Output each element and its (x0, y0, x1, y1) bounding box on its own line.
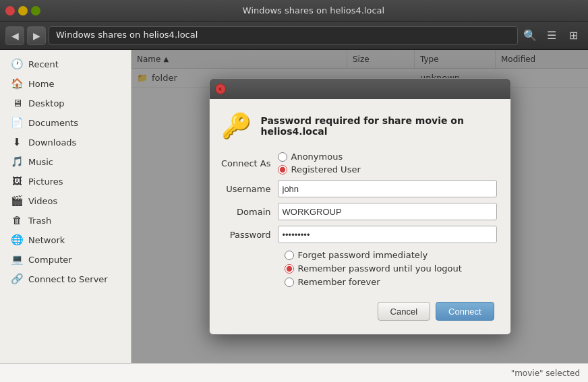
dialog-header: 🔑 Password required for share movie on h… (220, 110, 497, 142)
pictures-icon: 🖼 (11, 175, 23, 187)
sidebar-label-trash: Trash (28, 216, 51, 226)
remember-until-logout-option[interactable]: Remember password until you logout (285, 263, 497, 274)
music-icon: 🎵 (11, 156, 23, 168)
password-options: Forget password immediately Remember pas… (285, 250, 497, 287)
remember-forever-label: Remember forever (298, 277, 380, 287)
sidebar: 🕐 Recent 🏠 Home 🖥 Desktop 📄 Documents ⬇ … (0, 50, 131, 363)
remember-forever-option[interactable]: Remember forever (285, 277, 497, 287)
dialog-buttons: Cancel Connect (220, 296, 497, 323)
password-row: Password (220, 226, 497, 243)
connect-as-options: Anonymous Registered User (278, 152, 497, 174)
toolbar: ◀ ▶ Windows shares on helios4.local 🔍 ☰ … (0, 22, 588, 50)
main-area: 🕐 Recent 🏠 Home 🖥 Desktop 📄 Documents ⬇ … (0, 50, 588, 363)
dialog-body: 🔑 Password required for share movie on h… (210, 99, 510, 334)
remember-forever-radio[interactable] (285, 278, 294, 287)
grid-view-icon: ⊞ (569, 29, 578, 42)
sidebar-label-pictures: Pictures (28, 177, 63, 187)
minimize-button[interactable] (18, 6, 28, 15)
sidebar-label-network: Network (28, 235, 65, 245)
sidebar-item-downloads[interactable]: ⬇ Downloads (3, 133, 128, 152)
anonymous-option[interactable]: Anonymous (278, 152, 497, 162)
domain-input[interactable] (278, 203, 497, 220)
anonymous-label: Anonymous (291, 152, 343, 162)
domain-field-wrap (278, 203, 497, 220)
sidebar-label-home: Home (28, 79, 54, 89)
forward-button[interactable]: ▶ (27, 26, 46, 45)
password-label: Password (220, 230, 278, 240)
password-field-wrap (278, 226, 497, 243)
password-input[interactable] (278, 226, 497, 243)
connect-icon: 🔗 (11, 273, 23, 285)
downloads-icon: ⬇ (11, 136, 23, 148)
grid-view-button[interactable]: ⊞ (564, 26, 583, 45)
sidebar-item-recent[interactable]: 🕐 Recent (3, 55, 128, 73)
videos-icon: 🎬 (11, 195, 23, 207)
search-button[interactable]: 🔍 (521, 26, 539, 45)
sidebar-item-connect[interactable]: 🔗 Connect to Server (3, 269, 128, 288)
maximize-button[interactable] (31, 6, 40, 15)
sidebar-label-desktop: Desktop (28, 98, 65, 108)
registered-user-option[interactable]: Registered User (278, 164, 497, 174)
file-area: Name ▲ Size Type Modified 📁 folder unkno… (131, 50, 588, 363)
dialog-titlebar: × (210, 79, 510, 99)
sidebar-section-places: 🕐 Recent 🏠 Home 🖥 Desktop 📄 Documents ⬇ … (0, 50, 131, 290)
username-label: Username (220, 184, 278, 194)
back-button[interactable]: ◀ (5, 26, 24, 45)
sidebar-item-music[interactable]: 🎵 Music (3, 152, 128, 171)
home-icon: 🏠 (11, 77, 23, 90)
desktop-icon: 🖥 (11, 97, 23, 109)
status-text: "movie" selected (511, 369, 580, 378)
search-icon: 🔍 (523, 29, 537, 42)
remember-logout-radio[interactable] (285, 264, 294, 274)
forget-radio[interactable] (285, 251, 294, 260)
sidebar-label-connect: Connect to Server (28, 274, 108, 284)
sidebar-item-home[interactable]: 🏠 Home (3, 74, 128, 93)
window-title: Windows shares on helios4.local (45, 5, 583, 15)
username-field-wrap (278, 180, 497, 197)
sidebar-item-pictures[interactable]: 🖼 Pictures (3, 172, 128, 191)
anonymous-radio[interactable] (278, 152, 287, 162)
remember-logout-label: Remember password until you logout (298, 263, 462, 274)
sidebar-label-videos: Videos (28, 196, 57, 206)
titlebar: Windows shares on helios4.local (0, 0, 588, 22)
forget-label: Forget password immediately (298, 250, 428, 260)
recent-icon: 🕐 (11, 58, 23, 70)
sidebar-item-computer[interactable]: 💻 Computer (3, 250, 128, 269)
sidebar-item-desktop[interactable]: 🖥 Desktop (3, 94, 128, 113)
sidebar-item-trash[interactable]: 🗑 Trash (3, 211, 128, 230)
registered-user-radio[interactable] (278, 165, 287, 174)
sidebar-item-network[interactable]: 🌐 Network (3, 230, 128, 249)
documents-icon: 📄 (11, 117, 23, 129)
location-bar[interactable]: Windows shares on helios4.local (49, 26, 518, 45)
sidebar-label-computer: Computer (28, 255, 72, 265)
sidebar-label-downloads: Downloads (28, 137, 76, 148)
sidebar-label-documents: Documents (28, 118, 78, 128)
sidebar-label-music: Music (28, 157, 53, 167)
dialog-close-button[interactable]: × (215, 84, 226, 94)
close-button[interactable] (5, 6, 15, 15)
password-dialog: × 🔑 Password required for share movie on… (209, 78, 511, 335)
domain-row: Domain (220, 203, 497, 220)
connect-as-row: Connect As Anonymous Registered User (220, 152, 497, 174)
cancel-button[interactable]: Cancel (378, 302, 430, 321)
forget-password-option[interactable]: Forget password immediately (285, 250, 497, 260)
registered-user-label: Registered User (291, 164, 361, 174)
trash-icon: 🗑 (11, 214, 23, 226)
list-view-button[interactable]: ☰ (542, 26, 561, 45)
network-icon: 🌐 (11, 234, 23, 246)
computer-icon: 💻 (11, 253, 23, 265)
connect-button[interactable]: Connect (436, 302, 494, 321)
domain-label: Domain (220, 207, 278, 217)
modal-overlay: × 🔑 Password required for share movie on… (131, 50, 588, 363)
dialog-title: Password required for share movie on hel… (261, 110, 497, 137)
connect-as-radio-group: Anonymous Registered User (278, 152, 497, 174)
list-view-icon: ☰ (547, 29, 556, 42)
sidebar-item-videos[interactable]: 🎬 Videos (3, 191, 128, 210)
username-input[interactable] (278, 180, 497, 197)
sidebar-item-documents[interactable]: 📄 Documents (3, 113, 128, 132)
connect-as-label: Connect As (220, 158, 278, 168)
window-controls (5, 6, 40, 15)
sidebar-label-recent: Recent (28, 59, 59, 69)
statusbar: "movie" selected (0, 363, 588, 382)
keys-icon: 🔑 (220, 110, 253, 142)
